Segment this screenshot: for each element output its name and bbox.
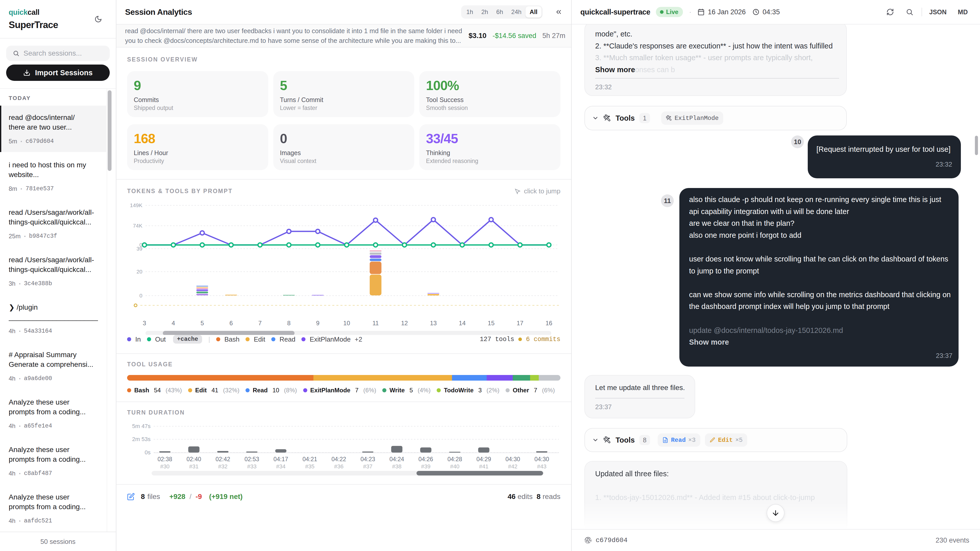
svg-text:4: 4 [172,320,175,327]
svg-text:20: 20 [137,268,142,275]
svg-text:04:29: 04:29 [476,456,491,462]
svg-text:3: 3 [143,320,146,327]
svg-text:2m 53s: 2m 53s [132,436,151,442]
svg-text:02:38: 02:38 [158,456,172,462]
svg-text:#35: #35 [305,463,315,470]
svg-text:17: 17 [517,320,523,327]
svg-text:#30: #30 [160,463,170,470]
svg-text:11: 11 [372,320,379,327]
svg-text:0s: 0s [145,449,151,456]
svg-text:04:24: 04:24 [390,456,404,462]
svg-text:#41: #41 [479,463,488,470]
svg-text:02:42: 02:42 [215,456,230,462]
svg-text:39: 39 [137,246,142,251]
svg-text:74K: 74K [133,223,142,229]
svg-text:7: 7 [258,320,262,327]
svg-text:8: 8 [287,320,290,327]
svg-text:#38: #38 [392,463,401,470]
svg-text:5m 47s: 5m 47s [132,423,151,429]
svg-text:14: 14 [459,320,466,327]
svg-text:5: 5 [200,320,204,327]
svg-text:#42: #42 [508,463,517,470]
svg-text:15: 15 [488,320,495,327]
svg-text:149K: 149K [130,202,142,208]
svg-text:16: 16 [546,320,552,327]
svg-text:10: 10 [343,320,350,327]
svg-text:9: 9 [316,320,320,327]
svg-text:13: 13 [430,320,437,327]
svg-text:#43: #43 [537,463,546,470]
svg-text:#36: #36 [334,463,344,470]
svg-text:02:40: 02:40 [186,456,201,462]
svg-text:#32: #32 [218,463,228,470]
svg-text:04:30: 04:30 [535,456,549,462]
svg-text:04:26: 04:26 [418,456,433,462]
svg-text:04:23: 04:23 [360,456,375,462]
svg-text:#34: #34 [276,463,286,470]
svg-text:#40: #40 [450,463,460,470]
svg-text:04:17: 04:17 [274,456,288,462]
svg-text:04:30: 04:30 [505,456,520,462]
svg-text:12: 12 [401,320,408,327]
svg-text:6: 6 [229,320,233,327]
svg-text:#31: #31 [189,463,199,470]
svg-text:#37: #37 [363,463,372,470]
svg-text:04:21: 04:21 [302,456,317,462]
svg-text:0: 0 [139,292,142,299]
svg-text:02:53: 02:53 [245,456,259,462]
svg-text:04:22: 04:22 [331,456,346,462]
svg-text:04:28: 04:28 [447,456,462,462]
svg-text:#33: #33 [247,463,256,470]
svg-text:#39: #39 [421,463,431,470]
